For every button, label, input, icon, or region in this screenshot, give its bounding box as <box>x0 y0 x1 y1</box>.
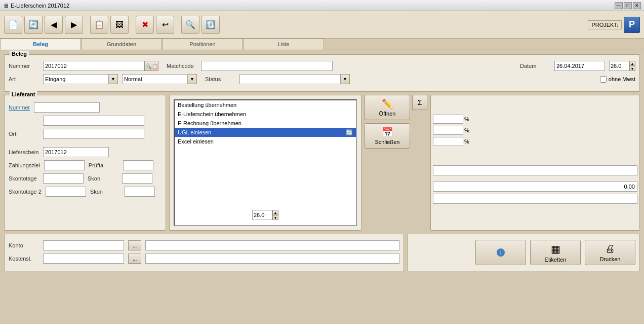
normal-input[interactable] <box>122 74 188 84</box>
datum-input[interactable] <box>554 61 605 71</box>
right-summary-group: % % % 0,00 <box>430 95 640 231</box>
art-input[interactable] <box>43 74 109 84</box>
ort-input[interactable] <box>43 129 144 139</box>
tabs-bar: Beleg Grunddaten Positionen Liste <box>0 39 644 50</box>
center-spinner-input[interactable] <box>252 210 272 220</box>
art-dropdown-btn[interactable]: ▼ <box>109 74 118 84</box>
matchcode-input[interactable] <box>201 61 333 71</box>
matchcode-label: Matchcode <box>167 63 197 69</box>
window-title: E-Lieferschein 2017012 <box>11 3 69 9</box>
oeffnen-button[interactable]: ✏️ Öffnen <box>365 95 410 120</box>
center-spinner-up[interactable]: ▲ <box>272 210 278 215</box>
zahlungsziel-input[interactable] <box>44 160 85 170</box>
lieferschein-input[interactable] <box>43 147 109 157</box>
tab-positionen[interactable]: Positionen <box>162 39 243 50</box>
art-dropdown: ▼ <box>43 74 118 84</box>
etiketten-button[interactable]: ▦ Etiketten <box>530 240 581 265</box>
lieferant-nummer-link[interactable]: Nummer <box>9 104 30 111</box>
tab-beleg[interactable]: Beleg <box>0 39 81 50</box>
spinner-down[interactable]: ▼ <box>629 66 635 71</box>
import-dropdown-list: Bestellung übernehmen E-Lieferschein übe… <box>174 99 357 226</box>
main-content: Beleg Nummer 🔍📋 Matchcode Datum ▲ ▼ <box>0 50 644 275</box>
kostenst-btn[interactable]: ... <box>128 254 141 264</box>
erechnung-item[interactable]: E-Rechnung übernehmen <box>175 119 356 128</box>
zahlungsziel-label: Zahlungsziel <box>9 162 40 168</box>
refresh2-button[interactable]: 🔃 <box>202 16 220 34</box>
center-spinner: ▲ ▼ <box>252 210 278 220</box>
bottom-right-group: i ▦ Etiketten 🖨 Drucken <box>407 234 640 271</box>
pruefta-input[interactable] <box>123 160 153 170</box>
konto-btn[interactable]: ... <box>128 240 141 250</box>
forward-button[interactable]: ▶ <box>65 16 83 34</box>
lieferant-nummer-row: Nummer <box>9 102 162 113</box>
datum-spinner-input[interactable] <box>609 61 629 71</box>
tab-liste[interactable]: Liste <box>243 39 324 50</box>
tab-grunddaten[interactable]: Grunddaten <box>81 39 162 50</box>
projekt-icon[interactable]: P <box>624 17 640 33</box>
nummer-search-button[interactable]: 🔍📋 <box>144 61 158 71</box>
new-button[interactable]: 📄 <box>4 16 22 34</box>
ohne-mwst-label: ohne Mwst <box>609 76 635 82</box>
back-button[interactable]: ◀ <box>45 16 63 34</box>
spinner-up[interactable]: ▲ <box>629 61 635 66</box>
schliessen-icon: 📅 <box>382 127 393 138</box>
undo-button[interactable]: ↩ <box>156 16 174 34</box>
beleg-row1: Nummer 🔍📋 Matchcode Datum ▲ ▼ <box>9 61 635 71</box>
ohne-mwst-checkbox[interactable] <box>600 76 607 83</box>
bestellung-item[interactable]: Bestellung übernehmen <box>175 100 356 110</box>
datum-label: Datum <box>520 63 550 69</box>
copy-button[interactable]: 📋 <box>90 16 108 34</box>
pct-row1: % <box>433 115 637 124</box>
center-panel: Bestellung übernehmen E-Lieferschein übe… <box>169 95 361 231</box>
normal-dropdown-btn[interactable]: ▼ <box>188 74 197 84</box>
center-spinner-down[interactable]: ▼ <box>272 215 278 220</box>
pct3-input[interactable] <box>433 137 463 146</box>
lieferschein-label: Lieferschein <box>9 149 39 155</box>
skontotage2-input[interactable] <box>46 187 86 197</box>
excel-item[interactable]: Excel einlesen <box>175 137 356 146</box>
nummer-input[interactable] <box>43 61 144 71</box>
refresh1-button[interactable]: 🔄 <box>24 16 43 34</box>
skon2-input[interactable] <box>125 187 155 197</box>
skon2-label: Skon <box>90 189 120 195</box>
sigma-button[interactable]: Σ <box>412 95 427 110</box>
skontotage2-row: Skontotage 2 Skon <box>9 187 162 197</box>
kostenst-desc-input[interactable] <box>145 254 399 264</box>
drucken-button[interactable]: 🖨 Drucken <box>585 240 635 265</box>
skon-input[interactable] <box>122 173 152 184</box>
amount-input2[interactable] <box>433 194 637 204</box>
ugl-item[interactable]: UGL einlesen 🔄 <box>175 128 356 137</box>
maximize-button[interactable]: □ <box>624 2 632 9</box>
kostenst-label: Kostenst. <box>9 256 39 262</box>
info-icon: i <box>497 248 505 257</box>
skontotage2-label: Skontotage 2 <box>9 189 42 195</box>
pct1-input[interactable] <box>433 115 463 124</box>
drucken-icon: 🖨 <box>605 243 615 255</box>
nummer-input-group: 🔍📋 <box>43 61 158 71</box>
konto-desc-input[interactable] <box>145 240 399 250</box>
amount-input1[interactable] <box>433 165 637 175</box>
middle-section: Lieferant Nummer Ort Lieferschein Zahlun… <box>4 95 640 231</box>
search-button[interactable]: 🔍 <box>181 16 199 34</box>
kostenst-input[interactable] <box>43 254 124 264</box>
zahlungsziel-row: Zahlungsziel Prüfta <box>9 160 162 170</box>
skontotage-input[interactable] <box>43 173 84 184</box>
toolbar: 📄 🔄 ◀ ▶ 📋 🖼 ✖ ↩ 🔍 🔃 PROJEKT: P <box>0 11 644 39</box>
status-input[interactable] <box>239 74 341 84</box>
status-dropdown-btn[interactable]: ▼ <box>341 74 350 84</box>
elieferschein-item[interactable]: E-Lieferschein übernehmen <box>175 110 356 119</box>
info-button[interactable]: i <box>475 240 526 265</box>
pct2-input[interactable] <box>433 126 463 135</box>
close-button[interactable]: ✕ <box>633 2 641 9</box>
minimize-button[interactable]: — <box>615 2 623 9</box>
kostenst-row: Kostenst. ... <box>9 254 399 264</box>
projekt-label: PROJEKT: <box>588 20 622 29</box>
app-icon: 🖥 <box>3 3 9 9</box>
konto-input[interactable] <box>43 240 124 250</box>
lieferant-nummer-input[interactable] <box>34 102 100 113</box>
schliessen-button[interactable]: 📅 Schließen <box>365 123 410 149</box>
delete-button[interactable]: ✖ <box>136 16 154 34</box>
image-button[interactable]: 🖼 <box>110 16 129 34</box>
lieferant-name-input[interactable] <box>43 116 144 126</box>
bottom-left-group: Konto ... Kostenst. ... <box>4 234 404 271</box>
